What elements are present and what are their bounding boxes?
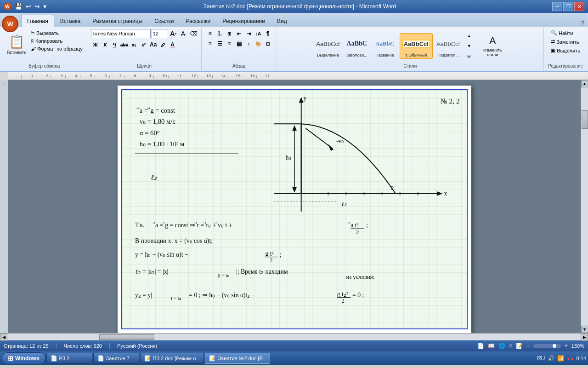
find-btn[interactable]: 🔍 Найти bbox=[549, 29, 574, 37]
format-painter-btn[interactable]: 🖌 Формат по образцу bbox=[29, 45, 84, 52]
font-name-input[interactable]: Times New Roman bbox=[91, 29, 151, 38]
start-button[interactable]: ⊞ Windows bbox=[2, 352, 45, 364]
align-right-btn[interactable]: ≡ bbox=[225, 39, 234, 48]
status-divider-2 bbox=[109, 343, 110, 349]
replace-btn[interactable]: ⇄ Заменить bbox=[549, 38, 580, 46]
strikethrough-btn[interactable]: abe bbox=[120, 40, 129, 49]
cut-btn[interactable]: ✂ Вырезать bbox=[29, 29, 84, 37]
taskbar-app-zanyatie2[interactable]: 📝 Занятие №2.doc [Р... bbox=[205, 353, 270, 364]
shading-btn[interactable]: 🎨 bbox=[254, 39, 263, 48]
right-scrollbar[interactable]: ▲ ▼ bbox=[581, 80, 588, 333]
tray-sound: 🔊 bbox=[548, 355, 554, 362]
changecase-btn[interactable]: Аа bbox=[149, 40, 158, 49]
redo-quick-btn[interactable]: ↪ bbox=[34, 3, 41, 10]
scroll-track[interactable] bbox=[581, 87, 588, 326]
document-area[interactable]: № 2, 2 ⃗a = ⃗g = const v₀ = 1,80 м/с α =… bbox=[8, 80, 581, 333]
show-marks-btn[interactable]: ¶ bbox=[263, 29, 272, 38]
underline-btn[interactable]: Ч bbox=[110, 40, 119, 49]
highlight-btn[interactable]: 🖊 bbox=[158, 40, 168, 49]
style-normal[interactable]: AaBbCcI ¶ Обычный bbox=[400, 33, 433, 59]
grow-font-btn[interactable]: A+ bbox=[169, 29, 178, 38]
align-center-btn[interactable]: ☰ bbox=[215, 39, 224, 48]
ribbon-help-btn[interactable]: ? bbox=[581, 19, 584, 27]
hscroll-arrow-left[interactable]: ◀ bbox=[0, 334, 7, 341]
subscript-btn[interactable]: x₂ bbox=[130, 40, 139, 49]
ruler-mark bbox=[256, 75, 264, 78]
style-selection[interactable]: AaBbCcI Выделение bbox=[314, 33, 342, 59]
justify-btn[interactable]: ▤ bbox=[234, 39, 243, 48]
ruler-corner[interactable] bbox=[0, 72, 8, 80]
style-subtitle[interactable]: AaBbCcI Подзагол... bbox=[434, 33, 462, 59]
taskbar-app-p32[interactable]: 📝 ПЗ 2.doc [Режим о... bbox=[140, 353, 204, 364]
ruler-mark bbox=[65, 75, 73, 78]
view-normal-btn[interactable]: 📄 bbox=[477, 343, 484, 349]
taskbar-app-zanyatie7[interactable]: 📄 Занятие 7 bbox=[93, 353, 139, 364]
eq-alpha: α = 60° bbox=[140, 129, 160, 137]
sort-btn[interactable]: ↕A bbox=[254, 29, 263, 38]
zoom-slider[interactable] bbox=[533, 344, 561, 348]
copy-btn[interactable]: ⎘ Копировать bbox=[29, 37, 84, 45]
increase-indent-btn[interactable]: ⇥ bbox=[244, 29, 253, 38]
restore-btn[interactable]: ❐ bbox=[563, 2, 573, 11]
tab-mailings[interactable]: Рассылки bbox=[180, 15, 216, 27]
tab-review[interactable]: Рецензирование bbox=[216, 15, 271, 27]
view-outline-btn[interactable]: ≡ bbox=[509, 343, 512, 349]
ruler-mark: 17 bbox=[264, 74, 271, 78]
language-status[interactable]: Русский (Россия) bbox=[117, 343, 157, 349]
select-btn[interactable]: ▣ Выделить bbox=[549, 46, 582, 54]
align-left-btn[interactable]: ≡ bbox=[205, 39, 215, 48]
view-web-btn[interactable]: 🌐 bbox=[498, 343, 505, 349]
styles-down-btn[interactable]: ▼ bbox=[464, 41, 474, 51]
hscroll-thumb[interactable] bbox=[99, 334, 154, 340]
tab-layout[interactable]: Разметка страницы bbox=[86, 15, 148, 27]
customize-quick-btn[interactable]: ▾ bbox=[42, 3, 47, 10]
horizontal-scroll-area[interactable]: ◀ ▶ bbox=[0, 333, 588, 340]
multilevel-btn[interactable]: ⊞ bbox=[225, 29, 234, 38]
style-heading2[interactable]: AaBbC Название bbox=[372, 33, 398, 59]
tab-refs[interactable]: Ссылки bbox=[148, 15, 180, 27]
hscroll-track[interactable] bbox=[7, 334, 581, 340]
taskbar-app-r32[interactable]: 📄 Р3 2 bbox=[46, 353, 92, 364]
zoom-out-btn[interactable]: − bbox=[526, 343, 530, 349]
save-quick-btn[interactable]: 💾 bbox=[14, 3, 23, 10]
scroll-down-btn[interactable]: ▼ bbox=[581, 326, 588, 333]
font-size-input[interactable]: 12 bbox=[152, 29, 168, 38]
office-button[interactable]: W bbox=[2, 16, 18, 32]
style-normal-preview: AaBbCcI bbox=[402, 34, 430, 53]
hscroll-arrow-right[interactable]: ▶ bbox=[581, 334, 588, 341]
tab-view[interactable]: Вид bbox=[271, 15, 293, 27]
paste-btn[interactable]: 📋 Вставить bbox=[5, 29, 28, 60]
line-spacing-btn[interactable]: ↕ bbox=[244, 39, 253, 48]
numbering-btn[interactable]: 1. bbox=[215, 29, 224, 38]
tab-insert[interactable]: Вставка bbox=[54, 15, 87, 27]
styles-up-btn[interactable]: ▲ bbox=[464, 31, 474, 40]
zoom-slider-thumb[interactable] bbox=[553, 344, 556, 348]
view-draft-btn[interactable]: 📝 bbox=[516, 343, 523, 349]
clear-format-btn[interactable]: ⌫ bbox=[189, 29, 198, 38]
scroll-up-btn[interactable]: ▲ bbox=[581, 80, 588, 87]
change-styles-group: A Изменить стили bbox=[479, 32, 506, 60]
scroll-thumb[interactable] bbox=[582, 110, 588, 129]
change-styles-btn[interactable]: A Изменить стили bbox=[479, 32, 506, 60]
style-heading1[interactable]: AaBbC Заголово... bbox=[344, 33, 370, 59]
undo-quick-btn[interactable]: ↩ bbox=[25, 3, 32, 10]
ruler-mark: 7 bbox=[117, 74, 124, 78]
clipboard-small-btns: ✂ Вырезать ⎘ Копировать 🖌 Формат по обра… bbox=[29, 29, 84, 52]
zoom-in-btn[interactable]: + bbox=[565, 343, 568, 349]
styles-more-btn[interactable]: ⊞ bbox=[464, 52, 474, 61]
close-btn[interactable]: ✕ bbox=[574, 2, 584, 11]
superscript-btn[interactable]: x² bbox=[139, 40, 148, 49]
copy-icon: ⎘ bbox=[31, 38, 34, 44]
shrink-font-btn[interactable]: A- bbox=[179, 29, 188, 38]
minimize-btn[interactable]: ─ bbox=[552, 2, 562, 11]
decrease-indent-btn[interactable]: ⇤ bbox=[234, 29, 243, 38]
italic-btn[interactable]: К bbox=[101, 40, 110, 49]
view-reading-btn[interactable]: 📖 bbox=[488, 343, 495, 349]
document-page[interactable]: № 2, 2 ⃗a = ⃗g = const v₀ = 1,80 м/с α =… bbox=[118, 86, 471, 333]
font-color-btn[interactable]: А bbox=[168, 40, 177, 49]
borders-btn[interactable]: ⊡ bbox=[263, 39, 272, 48]
tray-lang[interactable]: RU bbox=[537, 355, 545, 362]
bold-btn[interactable]: Ж bbox=[91, 40, 100, 49]
bullets-btn[interactable]: ≡ bbox=[205, 29, 215, 38]
tab-home[interactable]: Главная bbox=[21, 15, 54, 27]
